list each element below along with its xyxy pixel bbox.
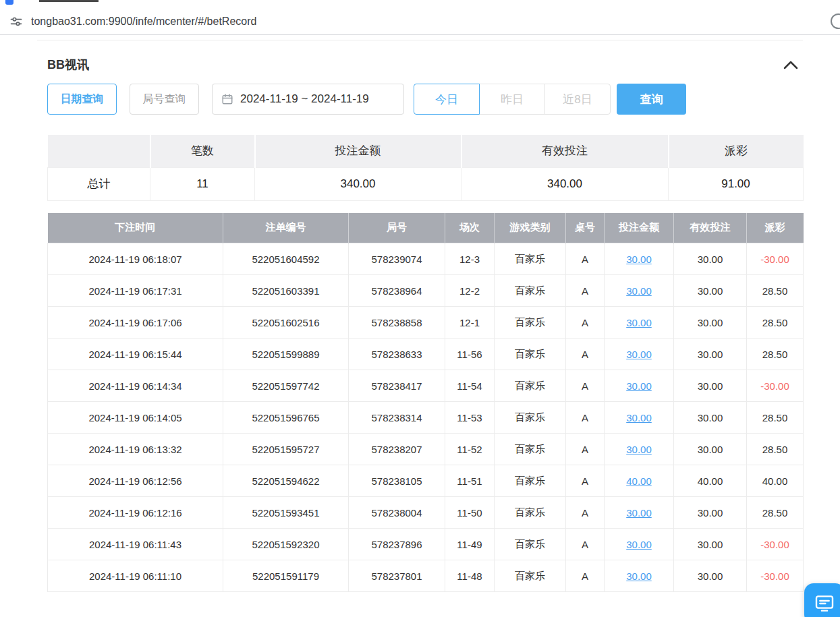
cell-round-id: 578238207 [349,434,445,465]
record-row: 2024-11-19 06:18:07522051604592578239074… [48,243,804,275]
cell-bet-amount[interactable]: 30.00 [605,243,674,275]
cell-bet-amount[interactable]: 30.00 [605,497,674,529]
col-header-table-no: 桌号 [566,213,605,243]
cell-round-id: 578238105 [349,465,445,497]
content-top-divider [37,40,803,40]
record-row: 2024-11-19 06:11:10522051591179578237801… [48,560,804,592]
cell-payout: -30.00 [747,370,804,402]
url-text[interactable]: tongbao31.com:9900/infe/mcenter/#/betRec… [31,16,256,28]
cell-session: 11-49 [445,529,495,560]
cell-bet-amount[interactable]: 40.00 [605,465,674,497]
cell-payout: 28.50 [747,402,804,434]
cell-round-id: 578237801 [349,560,445,592]
cell-bet-id: 522051594622 [223,465,349,497]
cell-bet-time: 2024-11-19 06:14:05 [48,402,223,434]
date-range-value: 2024-11-19 ~ 2024-11-19 [240,92,369,106]
search-button[interactable]: 查询 [617,84,686,115]
customer-service-button[interactable] [804,583,840,617]
cell-bet-id: 522051602516 [223,307,349,339]
col-header-session: 场次 [445,213,495,243]
summary-total-payout: 91.00 [669,167,804,200]
cell-bet-amount[interactable]: 30.00 [605,275,674,307]
record-row: 2024-11-19 06:15:44522051599889578238633… [48,339,804,370]
browser-profile-icon[interactable] [831,13,840,29]
quick-last8days-button[interactable]: 近8日 [544,84,611,115]
cell-bet-amount[interactable]: 30.00 [605,339,674,370]
cell-payout: 28.50 [747,339,804,370]
record-row: 2024-11-19 06:12:56522051594622578238105… [48,465,804,497]
cell-bet-time: 2024-11-19 06:18:07 [48,243,223,275]
round-query-tab[interactable]: 局号查询 [130,84,199,115]
cell-game-type: 百家乐 [495,434,566,465]
cell-payout: 28.50 [747,497,804,529]
quick-yesterday-button[interactable]: 昨日 [479,84,545,115]
cell-bet-id: 522051599889 [223,339,349,370]
customer-service-icon [814,593,835,614]
cell-bet-amount[interactable]: 30.00 [605,434,674,465]
cell-payout: 28.50 [747,434,804,465]
cell-bet-amount[interactable]: 30.00 [605,307,674,339]
cell-bet-id: 522051603391 [223,275,349,307]
record-row: 2024-11-19 06:14:05522051596765578238314… [48,402,804,434]
cell-session: 11-52 [445,434,495,465]
cell-game-type: 百家乐 [495,497,566,529]
cell-bet-amount[interactable]: 30.00 [605,402,674,434]
cell-game-type: 百家乐 [495,560,566,592]
browser-url-bar[interactable]: tongbao31.com:9900/infe/mcenter/#/betRec… [0,8,840,35]
cell-session: 11-50 [445,497,495,529]
cell-game-type: 百家乐 [495,529,566,560]
quick-today-button[interactable]: 今日 [414,84,480,115]
col-header-valid-bet: 有效投注 [674,213,747,243]
date-range-input[interactable]: 2024-11-19 ~ 2024-11-19 [212,84,404,115]
cell-round-id: 578238633 [349,339,445,370]
cell-session: 11-51 [445,465,495,497]
summary-col-blank [48,135,150,167]
cell-bet-amount[interactable]: 30.00 [605,560,674,592]
cell-table-no: A [566,560,605,592]
cell-bet-amount[interactable]: 30.00 [605,529,674,560]
cell-session: 11-56 [445,339,495,370]
cell-game-type: 百家乐 [495,402,566,434]
cell-table-no: A [566,243,605,275]
records-header-row: 下注时间 注单编号 局号 场次 游戏类别 桌号 投注金额 有效投注 派彩 [48,213,804,243]
cell-bet-id: 522051604592 [223,243,349,275]
site-settings-icon[interactable] [9,15,23,28]
cell-payout: -30.00 [747,529,804,560]
cell-table-no: A [566,434,605,465]
quick-range-group: 今日 昨日 近8日 [414,84,611,115]
cell-bet-time: 2024-11-19 06:11:43 [48,529,223,560]
cell-table-no: A [566,529,605,560]
cell-game-type: 百家乐 [495,275,566,307]
cell-session: 12-2 [445,275,495,307]
record-row: 2024-11-19 06:13:32522051595727578238207… [48,434,804,465]
summary-header-row: 笔数 投注金额 有效投注 派彩 [48,135,804,167]
summary-col-payout: 派彩 [669,135,804,167]
record-row: 2024-11-19 06:12:16522051593451578238004… [48,497,804,529]
tab-title-fragment [39,0,99,2]
cell-bet-time: 2024-11-19 06:17:06 [48,307,223,339]
records-tbody: 2024-11-19 06:18:07522051604592578239074… [48,243,804,592]
cell-payout: 40.00 [747,465,804,497]
collapse-chevron-icon[interactable] [782,59,800,71]
summary-total-label: 总计 [48,167,150,200]
summary-table: 笔数 投注金额 有效投注 派彩 总计 11 340.00 340.00 91.0… [47,135,804,201]
cell-table-no: A [566,465,605,497]
browser-chrome: tongbao31.com:9900/infe/mcenter/#/betRec… [0,0,840,35]
section-header: BB视讯 [47,57,800,73]
cell-round-id: 578239074 [349,243,445,275]
cell-bet-time: 2024-11-19 06:15:44 [48,339,223,370]
col-header-bet-time: 下注时间 [48,213,223,243]
cell-game-type: 百家乐 [495,339,566,370]
cell-bet-time: 2024-11-19 06:14:34 [48,370,223,402]
summary-col-bet-amount: 投注金额 [255,135,461,167]
summary-col-count: 笔数 [150,135,255,167]
cell-bet-time: 2024-11-19 06:12:56 [48,465,223,497]
filter-bar: 日期查询 局号查询 2024-11-19 ~ 2024-11-19 今日 昨日 … [47,84,800,115]
cell-round-id: 578238314 [349,402,445,434]
summary-col-valid-bet: 有效投注 [461,135,669,167]
cell-bet-amount[interactable]: 30.00 [605,370,674,402]
date-query-tab[interactable]: 日期查询 [47,84,117,115]
cell-table-no: A [566,307,605,339]
tab-favicon-fragment [5,0,13,5]
summary-total-row: 总计 11 340.00 340.00 91.00 [48,167,804,200]
